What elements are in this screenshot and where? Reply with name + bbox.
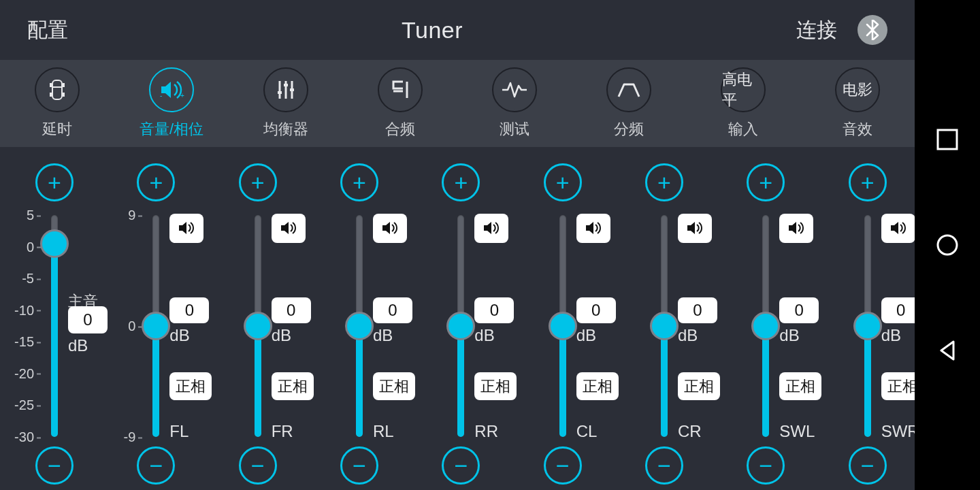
slider-cl[interactable] — [551, 211, 578, 441]
slider-swl[interactable] — [753, 211, 781, 441]
input-text-icon: 高电平 — [722, 69, 764, 110]
mute-rr-button[interactable] — [474, 214, 508, 243]
tab-merge[interactable]: 合频 — [343, 60, 457, 147]
channel-rr: 0 dB 正相 RR — [406, 211, 508, 441]
minus-swr-button[interactable]: − — [849, 446, 887, 485]
plus-cl-button[interactable]: + — [544, 163, 582, 201]
plus-cr-button[interactable]: + — [645, 163, 683, 201]
master-channel: 50-5-10-15-20-25-30 主音量 0 dB — [0, 211, 101, 441]
back-icon[interactable] — [936, 339, 959, 362]
tab-label: 延时 — [42, 119, 72, 140]
unit-rl: dB — [373, 326, 393, 345]
master-slider[interactable] — [42, 211, 69, 441]
svg-rect-13 — [290, 88, 294, 91]
unit-swr: dB — [881, 326, 901, 345]
tab-effect[interactable]: 电影 音效 — [800, 60, 915, 147]
mute-cl-button[interactable] — [576, 214, 610, 243]
channel-fr: 0 dB 正相 FR — [203, 211, 305, 441]
minus-cr-button[interactable]: − — [645, 446, 683, 485]
tab-label: 分频 — [614, 119, 644, 140]
channel-name-label: FL — [169, 422, 189, 441]
slider-rl[interactable] — [347, 211, 374, 441]
svg-text:+: + — [180, 92, 184, 99]
tab-delay[interactable]: 延时 — [0, 60, 114, 147]
minus-master-button[interactable]: − — [35, 446, 74, 485]
mute-swr-button[interactable] — [881, 214, 915, 243]
test-icon — [492, 67, 537, 112]
svg-rect-5 — [63, 93, 65, 97]
effect-text-icon: 电影 — [843, 80, 872, 100]
channel-swr: 0 dB 正相 SWR — [813, 211, 915, 441]
svg-rect-11 — [278, 91, 282, 94]
mute-fr-button[interactable] — [272, 214, 306, 243]
unit-rr: dB — [474, 326, 494, 345]
channel-swl: 0 dB 正相 SWL — [711, 211, 813, 441]
slider-fr[interactable] — [246, 211, 273, 441]
tab-label: 音效 — [843, 119, 872, 140]
channel-name-label: CL — [576, 422, 598, 441]
unit-fr: dB — [272, 326, 291, 345]
slider-rr[interactable] — [448, 211, 476, 441]
svg-rect-16 — [938, 130, 957, 149]
channel-name-label: SWL — [779, 422, 815, 441]
channel-fl: 9 0 -9 0 dB 正相 FL — [101, 211, 203, 441]
tab-label: 输入 — [728, 119, 758, 140]
tab-input[interactable]: 高电平 输入 — [686, 60, 800, 147]
tab-volume[interactable]: -+ 音量/相位 — [114, 60, 229, 147]
svg-rect-3 — [63, 83, 65, 87]
channel-name-label: RL — [373, 422, 394, 441]
plus-swl-button[interactable]: + — [747, 163, 785, 201]
page-title: Tuner — [402, 17, 463, 44]
tab-xover[interactable]: 分频 — [572, 60, 686, 147]
xover-icon — [606, 67, 651, 112]
input-icon: 高电平 — [721, 67, 766, 112]
eq-icon — [263, 67, 308, 112]
tab-test[interactable]: 测试 — [457, 60, 572, 147]
home-icon[interactable] — [935, 233, 960, 257]
config-button[interactable]: 配置 — [27, 16, 68, 44]
minus-rr-button[interactable]: − — [442, 446, 480, 485]
recent-apps-icon[interactable] — [936, 128, 959, 151]
mute-fl-button[interactable] — [169, 214, 203, 243]
slider-swr[interactable] — [855, 211, 883, 441]
plus-master-button[interactable]: + — [35, 163, 74, 201]
unit-cr: dB — [678, 326, 698, 345]
svg-rect-4 — [50, 93, 52, 97]
slider-fl[interactable] — [144, 211, 171, 441]
mute-swl-button[interactable] — [779, 214, 813, 243]
minus-cl-button[interactable]: − — [544, 446, 582, 485]
unit-fl: dB — [169, 326, 189, 345]
mixer-area: +++++++++ 50-5-10-15-20-25-30 主音量 0 dB 9… — [0, 147, 915, 490]
channel-name-label: CR — [678, 422, 702, 441]
delay-icon — [35, 67, 80, 112]
svg-rect-12 — [284, 84, 288, 86]
slider-cr[interactable] — [652, 211, 679, 441]
mute-cr-button[interactable] — [678, 214, 712, 243]
plus-rr-button[interactable]: + — [442, 163, 480, 201]
mute-rl-button[interactable] — [373, 214, 407, 243]
channel-name-label: FR — [272, 422, 293, 441]
tab-strip: 延时-+ 音量/相位 均衡器 合频 测试 分频高电平 输入电影 音效 — [0, 60, 915, 147]
unit-cl: dB — [576, 326, 596, 345]
minus-fr-button[interactable]: − — [239, 446, 277, 485]
svg-point-17 — [938, 235, 957, 255]
tab-eq[interactable]: 均衡器 — [229, 60, 343, 147]
connect-button[interactable]: 连接 — [796, 16, 837, 44]
minus-fl-button[interactable]: − — [137, 446, 175, 485]
plus-fr-button[interactable]: + — [239, 163, 277, 201]
bluetooth-icon[interactable] — [858, 15, 887, 45]
channel-name-label: RR — [474, 422, 498, 441]
plus-rl-button[interactable]: + — [340, 163, 378, 201]
minus-rl-button[interactable]: − — [340, 446, 378, 485]
plus-swr-button[interactable]: + — [849, 163, 887, 201]
plus-fl-button[interactable]: + — [137, 163, 175, 201]
svg-rect-2 — [50, 83, 52, 87]
svg-text:-: - — [160, 92, 162, 99]
tab-label: 均衡器 — [263, 119, 308, 140]
volume-icon: -+ — [149, 67, 194, 112]
minus-swl-button[interactable]: − — [747, 446, 785, 485]
unit-swl: dB — [779, 326, 799, 345]
channel-cl: 0 dB 正相 CL — [508, 211, 610, 441]
svg-rect-0 — [52, 80, 62, 99]
app-header: 配置 Tuner 连接 — [0, 0, 915, 60]
